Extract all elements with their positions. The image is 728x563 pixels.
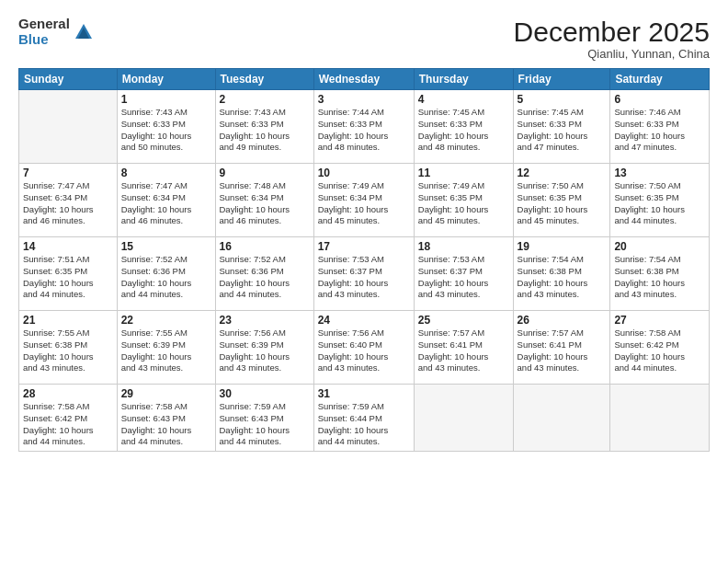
calendar-header-row: Sunday Monday Tuesday Wednesday Thursday… bbox=[19, 69, 710, 90]
table-row: 21Sunrise: 7:55 AM Sunset: 6:38 PM Dayli… bbox=[19, 311, 118, 385]
day-info: Sunrise: 7:44 AM Sunset: 6:33 PM Dayligh… bbox=[318, 107, 410, 154]
day-info: Sunrise: 7:52 AM Sunset: 6:36 PM Dayligh… bbox=[220, 254, 310, 301]
day-info: Sunrise: 7:55 AM Sunset: 6:39 PM Dayligh… bbox=[121, 327, 211, 374]
day-info: Sunrise: 7:47 AM Sunset: 6:34 PM Dayligh… bbox=[121, 180, 211, 227]
day-info: Sunrise: 7:43 AM Sunset: 6:33 PM Dayligh… bbox=[121, 107, 211, 154]
day-info: Sunrise: 7:45 AM Sunset: 6:33 PM Dayligh… bbox=[518, 107, 607, 154]
day-info: Sunrise: 7:51 AM Sunset: 6:35 PM Dayligh… bbox=[23, 254, 113, 301]
day-info: Sunrise: 7:56 AM Sunset: 6:39 PM Dayligh… bbox=[220, 327, 310, 374]
table-row: 27Sunrise: 7:58 AM Sunset: 6:42 PM Dayli… bbox=[610, 311, 710, 385]
logo-blue: Blue bbox=[18, 32, 70, 48]
header-monday: Monday bbox=[117, 69, 215, 90]
day-number: 14 bbox=[23, 240, 113, 253]
logo: General Blue bbox=[18, 17, 94, 47]
table-row: 24Sunrise: 7:56 AM Sunset: 6:40 PM Dayli… bbox=[313, 311, 414, 385]
day-number: 27 bbox=[614, 314, 705, 327]
header-friday: Friday bbox=[513, 69, 610, 90]
table-row: 28Sunrise: 7:58 AM Sunset: 6:42 PM Dayli… bbox=[19, 385, 118, 452]
table-row: 26Sunrise: 7:57 AM Sunset: 6:41 PM Dayli… bbox=[513, 311, 610, 385]
location-subtitle: Qianliu, Yunnan, China bbox=[514, 47, 710, 61]
day-number: 4 bbox=[418, 93, 509, 106]
day-number: 3 bbox=[318, 93, 410, 106]
table-row: 30Sunrise: 7:59 AM Sunset: 6:43 PM Dayli… bbox=[215, 385, 313, 452]
day-number: 8 bbox=[121, 167, 211, 179]
day-number: 28 bbox=[23, 387, 113, 400]
header-wednesday: Wednesday bbox=[313, 69, 414, 90]
table-row: 15Sunrise: 7:52 AM Sunset: 6:36 PM Dayli… bbox=[117, 237, 215, 311]
day-info: Sunrise: 7:55 AM Sunset: 6:38 PM Dayligh… bbox=[23, 327, 113, 374]
table-row: 14Sunrise: 7:51 AM Sunset: 6:35 PM Dayli… bbox=[19, 237, 118, 311]
day-number: 6 bbox=[614, 93, 705, 106]
day-info: Sunrise: 7:50 AM Sunset: 6:35 PM Dayligh… bbox=[518, 180, 607, 227]
table-row: 3Sunrise: 7:44 AM Sunset: 6:33 PM Daylig… bbox=[313, 90, 414, 164]
day-info: Sunrise: 7:58 AM Sunset: 6:42 PM Dayligh… bbox=[614, 327, 705, 374]
table-row: 2Sunrise: 7:43 AM Sunset: 6:33 PM Daylig… bbox=[215, 90, 313, 164]
day-number: 16 bbox=[220, 240, 310, 253]
day-number: 7 bbox=[23, 167, 113, 179]
day-info: Sunrise: 7:53 AM Sunset: 6:37 PM Dayligh… bbox=[418, 254, 509, 301]
logo-general: General bbox=[18, 17, 70, 32]
table-row bbox=[414, 385, 513, 452]
day-info: Sunrise: 7:57 AM Sunset: 6:41 PM Dayligh… bbox=[518, 327, 607, 374]
day-number: 30 bbox=[220, 387, 310, 400]
month-title: December 2025 bbox=[514, 17, 710, 47]
table-row: 1Sunrise: 7:43 AM Sunset: 6:33 PM Daylig… bbox=[117, 90, 215, 164]
day-number: 20 bbox=[614, 240, 705, 253]
table-row: 9Sunrise: 7:48 AM Sunset: 6:34 PM Daylig… bbox=[215, 164, 313, 237]
table-row: 19Sunrise: 7:54 AM Sunset: 6:38 PM Dayli… bbox=[513, 237, 610, 311]
day-number: 15 bbox=[121, 240, 211, 253]
table-row: 29Sunrise: 7:58 AM Sunset: 6:43 PM Dayli… bbox=[117, 385, 215, 452]
day-number: 25 bbox=[418, 314, 509, 327]
day-number: 31 bbox=[318, 387, 410, 400]
table-row: 13Sunrise: 7:50 AM Sunset: 6:35 PM Dayli… bbox=[610, 164, 710, 237]
header-thursday: Thursday bbox=[414, 69, 513, 90]
day-info: Sunrise: 7:56 AM Sunset: 6:40 PM Dayligh… bbox=[318, 327, 410, 374]
table-row: 20Sunrise: 7:54 AM Sunset: 6:38 PM Dayli… bbox=[610, 237, 710, 311]
day-info: Sunrise: 7:47 AM Sunset: 6:34 PM Dayligh… bbox=[23, 180, 113, 227]
day-number: 26 bbox=[518, 314, 607, 327]
table-row: 11Sunrise: 7:49 AM Sunset: 6:35 PM Dayli… bbox=[414, 164, 513, 237]
table-row: 17Sunrise: 7:53 AM Sunset: 6:37 PM Dayli… bbox=[313, 237, 414, 311]
day-number: 12 bbox=[518, 167, 607, 179]
day-number: 17 bbox=[318, 240, 410, 253]
table-row: 10Sunrise: 7:49 AM Sunset: 6:34 PM Dayli… bbox=[313, 164, 414, 237]
day-number: 10 bbox=[318, 167, 410, 179]
day-info: Sunrise: 7:48 AM Sunset: 6:34 PM Dayligh… bbox=[220, 180, 310, 227]
day-info: Sunrise: 7:53 AM Sunset: 6:37 PM Dayligh… bbox=[318, 254, 410, 301]
table-row: 25Sunrise: 7:57 AM Sunset: 6:41 PM Dayli… bbox=[414, 311, 513, 385]
day-info: Sunrise: 7:49 AM Sunset: 6:35 PM Dayligh… bbox=[418, 180, 509, 227]
day-info: Sunrise: 7:43 AM Sunset: 6:33 PM Dayligh… bbox=[220, 107, 310, 154]
table-row bbox=[19, 90, 118, 164]
header-saturday: Saturday bbox=[610, 69, 710, 90]
day-number: 21 bbox=[23, 314, 113, 327]
header-tuesday: Tuesday bbox=[215, 69, 313, 90]
table-row: 7Sunrise: 7:47 AM Sunset: 6:34 PM Daylig… bbox=[19, 164, 118, 237]
day-number: 9 bbox=[220, 167, 310, 179]
day-info: Sunrise: 7:49 AM Sunset: 6:34 PM Dayligh… bbox=[318, 180, 410, 227]
table-row: 8Sunrise: 7:47 AM Sunset: 6:34 PM Daylig… bbox=[117, 164, 215, 237]
day-info: Sunrise: 7:59 AM Sunset: 6:43 PM Dayligh… bbox=[220, 401, 310, 448]
table-row: 6Sunrise: 7:46 AM Sunset: 6:33 PM Daylig… bbox=[610, 90, 710, 164]
table-row: 18Sunrise: 7:53 AM Sunset: 6:37 PM Dayli… bbox=[414, 237, 513, 311]
table-row: 22Sunrise: 7:55 AM Sunset: 6:39 PM Dayli… bbox=[117, 311, 215, 385]
logo-icon bbox=[74, 22, 94, 42]
day-info: Sunrise: 7:50 AM Sunset: 6:35 PM Dayligh… bbox=[614, 180, 705, 227]
day-number: 5 bbox=[518, 93, 607, 106]
day-number: 29 bbox=[121, 387, 211, 400]
header-sunday: Sunday bbox=[19, 69, 118, 90]
day-number: 2 bbox=[220, 93, 310, 106]
table-row: 12Sunrise: 7:50 AM Sunset: 6:35 PM Dayli… bbox=[513, 164, 610, 237]
day-number: 24 bbox=[318, 314, 410, 327]
day-number: 23 bbox=[220, 314, 310, 327]
day-info: Sunrise: 7:46 AM Sunset: 6:33 PM Dayligh… bbox=[614, 107, 705, 154]
day-info: Sunrise: 7:54 AM Sunset: 6:38 PM Dayligh… bbox=[518, 254, 607, 301]
table-row: 4Sunrise: 7:45 AM Sunset: 6:33 PM Daylig… bbox=[414, 90, 513, 164]
day-info: Sunrise: 7:58 AM Sunset: 6:43 PM Dayligh… bbox=[121, 401, 211, 448]
day-number: 11 bbox=[418, 167, 509, 179]
day-info: Sunrise: 7:57 AM Sunset: 6:41 PM Dayligh… bbox=[418, 327, 509, 374]
table-row: 23Sunrise: 7:56 AM Sunset: 6:39 PM Dayli… bbox=[215, 311, 313, 385]
day-info: Sunrise: 7:52 AM Sunset: 6:36 PM Dayligh… bbox=[121, 254, 211, 301]
page-header: General Blue December 2025 Qianliu, Yunn… bbox=[18, 17, 710, 61]
day-number: 1 bbox=[121, 93, 211, 106]
day-info: Sunrise: 7:59 AM Sunset: 6:44 PM Dayligh… bbox=[318, 401, 410, 448]
